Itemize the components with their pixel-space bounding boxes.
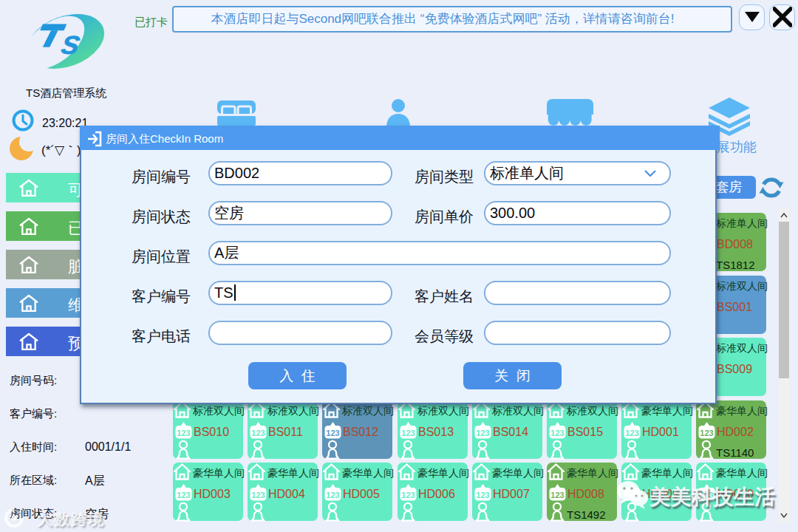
svg-text:123: 123 bbox=[550, 491, 564, 499]
svg-text:123: 123 bbox=[550, 429, 564, 437]
svg-text:123: 123 bbox=[326, 491, 339, 499]
svg-text:123: 123 bbox=[401, 429, 415, 437]
svg-text:123: 123 bbox=[401, 491, 415, 499]
svg-text:123: 123 bbox=[625, 429, 638, 437]
svg-text:123: 123 bbox=[251, 429, 265, 437]
svg-text:123: 123 bbox=[700, 429, 713, 437]
svg-text:123: 123 bbox=[177, 429, 190, 437]
svg-text:123: 123 bbox=[476, 491, 489, 499]
svg-text:123: 123 bbox=[326, 429, 339, 437]
svg-text:123: 123 bbox=[177, 491, 190, 499]
svg-text:123: 123 bbox=[251, 491, 265, 499]
svg-text:123: 123 bbox=[476, 429, 489, 437]
